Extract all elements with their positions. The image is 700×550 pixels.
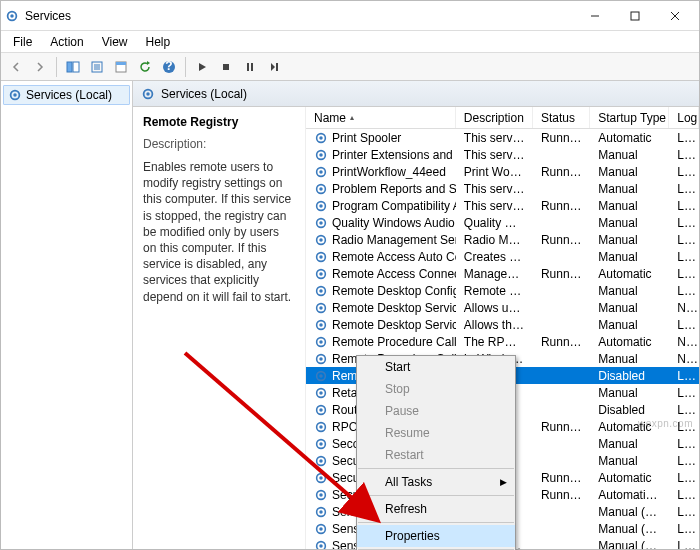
cell-logon: Loc [669,471,699,485]
cell-description: Remote Des... [456,284,533,298]
table-row[interactable]: Radio Management ServiceRadio Mana...Run… [306,231,699,248]
svg-text:?: ? [165,60,172,73]
cell-name: Remote Desktop Services [306,301,456,315]
cell-name: Remote Desktop Configurat... [306,284,456,298]
ctx-separator [358,468,514,469]
ctx-properties[interactable]: Properties [357,525,515,547]
col-desc-label: Description [464,111,524,125]
cell-logon: Loc [669,284,699,298]
cell-logon: Loc [669,182,699,196]
toolbar: ? [1,53,699,81]
cell-startup-type: Manual [590,250,669,264]
pause-service-button[interactable] [239,56,261,78]
ctx-stop[interactable]: Stop [357,378,515,400]
menu-action[interactable]: Action [42,33,91,51]
maximize-button[interactable] [615,3,655,29]
stop-service-button[interactable] [215,56,237,78]
table-row[interactable]: Quality Windows Audio Vid...Quality Win.… [306,214,699,231]
table-row[interactable]: PrintWorkflow_44eedPrint Workfl...Runnin… [306,163,699,180]
cell-name: Problem Reports and Soluti... [306,182,456,196]
table-row[interactable]: Program Compatibility Assis...This servi… [306,197,699,214]
table-row[interactable]: Print SpoolerThis service ...RunningAuto… [306,129,699,146]
cell-name: Program Compatibility Assis... [306,199,456,213]
back-button[interactable] [5,56,27,78]
service-icon [314,471,328,485]
svg-point-31 [319,187,323,191]
service-name: Remote Access Auto Conne... [332,250,456,264]
window-buttons [575,3,695,29]
cell-logon: Loc [669,318,699,332]
cell-logon: Loc [669,199,699,213]
service-icon [314,148,328,162]
service-icon [314,267,328,281]
tree-root[interactable]: Services (Local) [3,85,130,105]
svg-rect-6 [67,62,72,72]
cell-status: Running [533,131,590,145]
cell-startup-type: Manual [590,284,669,298]
service-icon [314,199,328,213]
col-logon[interactable]: Log [669,107,699,128]
col-status[interactable]: Status [533,107,590,128]
svg-point-71 [319,527,323,531]
table-row[interactable]: Printer Extensions and Notif...This serv… [306,146,699,163]
table-row[interactable]: Problem Reports and Soluti...This servic… [306,180,699,197]
table-row[interactable]: Remote Access Connection...Manages di...… [306,265,699,282]
task-heading: Remote Registry [143,115,295,129]
ctx-pause[interactable]: Pause [357,400,515,422]
ctx-restart[interactable]: Restart [357,444,515,466]
svg-point-59 [319,425,323,429]
menu-view[interactable]: View [94,33,136,51]
svg-point-27 [319,153,323,157]
col-startup-type[interactable]: Startup Type [590,107,669,128]
svg-point-43 [319,289,323,293]
col-stype-label: Startup Type [598,111,666,125]
start-service-button[interactable] [191,56,213,78]
export-list-button[interactable] [86,56,108,78]
cell-startup-type: Disabled [590,403,669,417]
cell-startup-type: Manual [590,233,669,247]
svg-point-33 [319,204,323,208]
service-name: Remote Desktop Services U... [332,318,456,332]
cell-logon: Loc [669,267,699,281]
service-icon [314,182,328,196]
cell-startup-type: Manual [590,318,669,332]
minimize-button[interactable] [575,3,615,29]
service-icon [314,539,328,550]
table-row[interactable]: Remote Access Auto Conne...Creates a co.… [306,248,699,265]
cell-status: Running [533,488,590,502]
help-button[interactable]: ? [158,56,180,78]
close-button[interactable] [655,3,695,29]
forward-button[interactable] [29,56,51,78]
cell-description: This service ... [456,199,533,213]
restart-service-button[interactable] [263,56,285,78]
service-icon [314,437,328,451]
ctx-start[interactable]: Start [357,356,515,378]
table-row[interactable]: Remote Desktop Configurat...Remote Des..… [306,282,699,299]
properties-button[interactable] [110,56,132,78]
refresh-button[interactable] [134,56,156,78]
col-logon-label: Log [677,111,697,125]
cell-description: Radio Mana... [456,233,533,247]
table-row[interactable]: Remote Desktop Services U...Allows the r… [306,316,699,333]
svg-point-41 [319,272,323,276]
svg-rect-17 [247,63,249,71]
cell-description: Manages di... [456,267,533,281]
context-menu: Start Stop Pause Resume Restart All Task… [356,355,516,550]
panel-header: Services (Local) [133,81,699,107]
menu-help[interactable]: Help [138,33,179,51]
svg-rect-19 [276,63,278,71]
service-icon [314,352,328,366]
window-title: Services [25,9,575,23]
ctx-resume[interactable]: Resume [357,422,515,444]
col-description[interactable]: Description [456,107,533,128]
ctx-all-tasks[interactable]: All Tasks▶ [357,471,515,493]
ctx-refresh[interactable]: Refresh [357,498,515,520]
table-row[interactable]: Remote Desktop ServicesAllows user...Man… [306,299,699,316]
show-hide-tree-button[interactable] [62,56,84,78]
cell-startup-type: Manual [590,216,669,230]
table-row[interactable]: Remote Procedure Call (RPC)The RPCSS ...… [306,333,699,350]
cell-startup-type: Manual (Trig... [590,522,669,536]
col-name[interactable]: Name▴ [306,107,456,128]
menu-file[interactable]: File [5,33,40,51]
svg-point-69 [319,510,323,514]
